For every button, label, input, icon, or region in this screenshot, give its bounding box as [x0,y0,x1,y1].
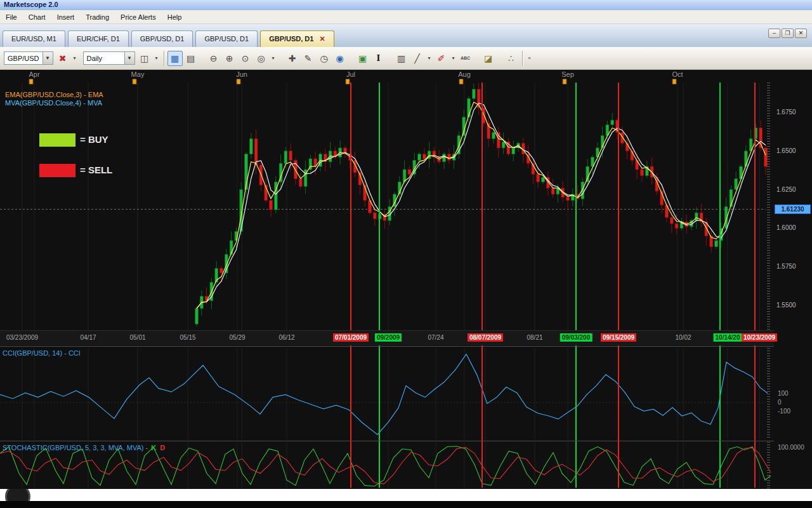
zoom-out-icon[interactable]: ⊖ [206,51,221,66]
sell-signal-line [618,83,619,488]
restore-button[interactable]: ❐ [782,29,794,38]
marker-icon[interactable]: ✐ [434,51,449,66]
month-label: Apr [29,70,39,78]
stochastic-label: STOCHASTIC(GBP/USD, 5, 3, 3, MVA, MVA) -… [3,444,165,451]
eraser-icon[interactable]: ◪ [481,51,496,66]
draw-line-icon[interactable]: ╱ [410,51,425,66]
pane-separator [0,346,774,347]
menu-chart[interactable]: Chart [23,11,51,23]
hide-symbol-icon[interactable]: ✖ [55,51,70,66]
tab-close-icon[interactable]: ✕ [319,35,325,43]
cci-axis-label: 100 [778,390,789,397]
price-axis-label: 1.6000 [776,224,796,231]
cci-axis-label: -100 [778,408,790,415]
text-tool-icon[interactable]: I [371,51,386,66]
stochastic-axis-top: 100.0000 [778,444,804,451]
tab-4-gbp-usd-d1[interactable]: GBP/USD, D1✕ [260,30,334,47]
chart-area: EMA(GBP/USD.Close,3) - EMA MVA(GBP/USD.C… [0,70,812,489]
marker-arrow-icon[interactable]: ▾ [450,51,457,66]
candle-style-arrow-icon[interactable]: ▾ [153,51,160,66]
mva-legend-label: MVA(GBP/USD.Close,4) - MVA [5,99,102,107]
image-icon[interactable]: ▣ [355,51,370,66]
tab-1-eur-chf-d1[interactable]: EUR/CHF, D1 [68,30,129,47]
month-label: Sep [561,70,574,78]
title-bar: Marketscope 2.0 [0,0,812,10]
month-label: Jun [236,70,247,78]
date-label: 05/01 [128,333,147,342]
chart-window-icon[interactable]: ▦ [167,51,183,66]
tab-0-eur-usd-m1[interactable]: EUR/USD, M1 [3,30,65,47]
period-combo[interactable]: Daily ▼ [83,51,135,65]
period-dropdown-icon[interactable]: ▼ [124,52,134,64]
close-button[interactable]: ✕ [795,29,807,38]
web-link-icon[interactable]: ◉ [332,51,348,66]
date-label: 10/14/20 [714,333,742,342]
date-axis[interactable]: 03/23/200904/1705/0105/1505/2906/1207/24… [0,330,774,345]
tab-3-gbp-usd-d1[interactable]: GBP/USD, D1 [195,30,258,47]
tab-label: GBP/USD, D1 [204,35,249,43]
month-marker-icon [133,79,137,84]
data-window-icon[interactable]: ▤ [183,51,199,66]
candle-style-icon[interactable]: ◫ [137,51,152,66]
buy-legend-text: = BUY [80,134,108,145]
zoom-in-icon[interactable]: ⊕ [222,51,237,66]
cci-label: CCI(GBP/USD, 14) - CCI [3,349,81,357]
main-chart-canvas[interactable] [0,83,774,330]
sell-signal-line [350,83,351,488]
menu-help[interactable]: Help [162,11,188,23]
zoom-menu-arrow-icon[interactable]: ▾ [270,51,277,66]
minimize-button[interactable]: – [768,29,780,38]
zoom-area-icon[interactable]: ⊙ [238,51,253,66]
toolbar: GBP/USD ▼ ✖▾ Daily ▼ ◫▾▦▤⊖⊕⊙◎▾✚✎◷◉▣I▥╱▾✐… [0,47,812,70]
pane-separator [0,441,774,441]
tab-label: GBP/USD, D1 [269,35,313,43]
date-label: 04/17 [78,333,98,342]
symbol-menu-arrow-icon[interactable]: ▾ [71,51,79,66]
toolbar-overflow-icon[interactable]: » [526,51,534,66]
date-label: 06/12 [277,333,296,342]
cci-chart-canvas[interactable] [0,348,774,439]
tab-label: EUR/USD, M1 [11,35,56,43]
crosshair-icon[interactable]: ✚ [285,51,300,66]
buy-signal-line [719,83,721,488]
tab-2-gbp-usd-d1[interactable]: GBP/USD, D1 [131,30,193,47]
menu-file[interactable]: File [0,11,23,23]
stochastic-label-main: STOCHASTIC(GBP/USD, 5, 3, 3, MVA, MVA) - [3,444,148,451]
tab-label: GBP/USD, D1 [140,35,185,43]
sell-signal-line [754,83,756,488]
tab-bar: EUR/USD, M1EUR/CHF, D1GBP/USD, D1GBP/USD… [0,24,812,47]
date-label: 09/03/200 [560,333,593,342]
month-marker-icon [672,79,677,84]
month-marker-icon [563,79,567,84]
bottom-black-bar [0,501,812,508]
price-axis-label: 1.5500 [776,302,796,309]
current-price-badge: 1.61230 [775,204,811,214]
period-value: Daily [84,55,124,62]
cci-axis-label: 0 [778,399,782,406]
zoom-reset-icon[interactable]: ◎ [254,51,269,66]
structure-icon[interactable]: ∴ [504,51,519,66]
date-label: 10/23/2009 [742,333,777,342]
month-label: Jul [346,70,355,78]
window-title: Marketscope 2.0 [4,1,58,8]
spellcheck-icon[interactable]: ABC [458,51,473,66]
draw-line-arrow-icon[interactable]: ▾ [426,51,433,66]
month-label: Aug [458,70,471,78]
stochastic-k-label: K [151,444,156,451]
menu-bar: FileChartInsertTradingPrice AlertsHelp [0,10,812,24]
date-label: 08/07/2009 [468,333,503,342]
date-label: 09/2009 [375,333,402,342]
month-marker-icon [459,79,464,84]
symbol-dropdown-icon[interactable]: ▼ [43,52,53,64]
date-label: 05/15 [178,333,197,342]
menu-price-alerts[interactable]: Price Alerts [115,11,162,23]
stochastic-d-label: D [160,444,165,451]
symbol-combo[interactable]: GBP/USD ▼ [4,51,53,65]
menu-insert[interactable]: Insert [51,11,81,23]
annotate-icon[interactable]: ✎ [301,51,316,66]
menu-trading[interactable]: Trading [80,11,115,23]
time-tool-icon[interactable]: ◷ [317,51,332,66]
tab-label: EUR/CHF, D1 [77,35,120,43]
price-axis-label: 1.6250 [776,186,796,193]
indicator-icon[interactable]: ▥ [394,51,409,66]
